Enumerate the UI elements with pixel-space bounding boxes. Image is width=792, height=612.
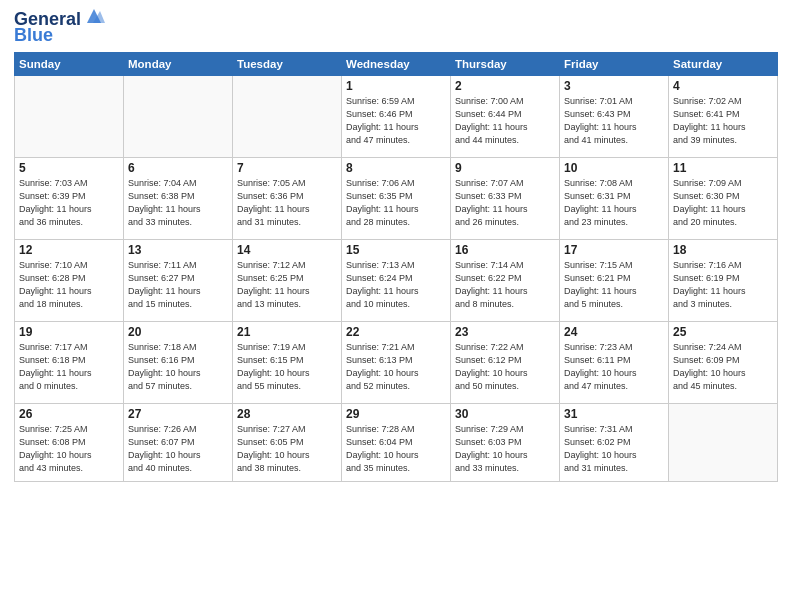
day-number: 26 [19, 407, 119, 421]
day-info: Sunrise: 6:59 AM Sunset: 6:46 PM Dayligh… [346, 95, 446, 147]
day-info: Sunrise: 7:02 AM Sunset: 6:41 PM Dayligh… [673, 95, 773, 147]
weekday-header-wednesday: Wednesday [342, 52, 451, 75]
day-cell: 8Sunrise: 7:06 AM Sunset: 6:35 PM Daylig… [342, 157, 451, 239]
week-row-5: 26Sunrise: 7:25 AM Sunset: 6:08 PM Dayli… [15, 403, 778, 481]
day-cell: 23Sunrise: 7:22 AM Sunset: 6:12 PM Dayli… [451, 321, 560, 403]
logo: General Blue [14, 10, 105, 46]
day-number: 12 [19, 243, 119, 257]
day-number: 19 [19, 325, 119, 339]
day-cell: 14Sunrise: 7:12 AM Sunset: 6:25 PM Dayli… [233, 239, 342, 321]
week-row-4: 19Sunrise: 7:17 AM Sunset: 6:18 PM Dayli… [15, 321, 778, 403]
day-number: 13 [128, 243, 228, 257]
day-cell: 28Sunrise: 7:27 AM Sunset: 6:05 PM Dayli… [233, 403, 342, 481]
day-number: 2 [455, 79, 555, 93]
weekday-header-tuesday: Tuesday [233, 52, 342, 75]
day-info: Sunrise: 7:08 AM Sunset: 6:31 PM Dayligh… [564, 177, 664, 229]
day-number: 23 [455, 325, 555, 339]
day-number: 21 [237, 325, 337, 339]
header: General Blue [14, 10, 778, 46]
day-number: 17 [564, 243, 664, 257]
weekday-header-sunday: Sunday [15, 52, 124, 75]
day-number: 24 [564, 325, 664, 339]
day-info: Sunrise: 7:01 AM Sunset: 6:43 PM Dayligh… [564, 95, 664, 147]
day-cell: 20Sunrise: 7:18 AM Sunset: 6:16 PM Dayli… [124, 321, 233, 403]
day-number: 1 [346, 79, 446, 93]
day-info: Sunrise: 7:00 AM Sunset: 6:44 PM Dayligh… [455, 95, 555, 147]
day-info: Sunrise: 7:05 AM Sunset: 6:36 PM Dayligh… [237, 177, 337, 229]
day-info: Sunrise: 7:04 AM Sunset: 6:38 PM Dayligh… [128, 177, 228, 229]
weekday-header-thursday: Thursday [451, 52, 560, 75]
day-cell: 31Sunrise: 7:31 AM Sunset: 6:02 PM Dayli… [560, 403, 669, 481]
day-info: Sunrise: 7:27 AM Sunset: 6:05 PM Dayligh… [237, 423, 337, 475]
day-cell: 15Sunrise: 7:13 AM Sunset: 6:24 PM Dayli… [342, 239, 451, 321]
day-number: 31 [564, 407, 664, 421]
day-info: Sunrise: 7:07 AM Sunset: 6:33 PM Dayligh… [455, 177, 555, 229]
weekday-header-monday: Monday [124, 52, 233, 75]
day-cell: 19Sunrise: 7:17 AM Sunset: 6:18 PM Dayli… [15, 321, 124, 403]
day-number: 18 [673, 243, 773, 257]
day-cell: 21Sunrise: 7:19 AM Sunset: 6:15 PM Dayli… [233, 321, 342, 403]
day-number: 3 [564, 79, 664, 93]
week-row-2: 5Sunrise: 7:03 AM Sunset: 6:39 PM Daylig… [15, 157, 778, 239]
day-cell: 7Sunrise: 7:05 AM Sunset: 6:36 PM Daylig… [233, 157, 342, 239]
day-info: Sunrise: 7:14 AM Sunset: 6:22 PM Dayligh… [455, 259, 555, 311]
day-info: Sunrise: 7:31 AM Sunset: 6:02 PM Dayligh… [564, 423, 664, 475]
day-info: Sunrise: 7:17 AM Sunset: 6:18 PM Dayligh… [19, 341, 119, 393]
day-cell: 29Sunrise: 7:28 AM Sunset: 6:04 PM Dayli… [342, 403, 451, 481]
day-info: Sunrise: 7:21 AM Sunset: 6:13 PM Dayligh… [346, 341, 446, 393]
day-number: 4 [673, 79, 773, 93]
weekday-header-row: SundayMondayTuesdayWednesdayThursdayFrid… [15, 52, 778, 75]
day-number: 9 [455, 161, 555, 175]
day-cell: 13Sunrise: 7:11 AM Sunset: 6:27 PM Dayli… [124, 239, 233, 321]
day-cell: 4Sunrise: 7:02 AM Sunset: 6:41 PM Daylig… [669, 75, 778, 157]
day-cell [233, 75, 342, 157]
day-info: Sunrise: 7:11 AM Sunset: 6:27 PM Dayligh… [128, 259, 228, 311]
day-cell: 30Sunrise: 7:29 AM Sunset: 6:03 PM Dayli… [451, 403, 560, 481]
day-info: Sunrise: 7:23 AM Sunset: 6:11 PM Dayligh… [564, 341, 664, 393]
day-number: 27 [128, 407, 228, 421]
day-number: 28 [237, 407, 337, 421]
day-info: Sunrise: 7:28 AM Sunset: 6:04 PM Dayligh… [346, 423, 446, 475]
day-info: Sunrise: 7:09 AM Sunset: 6:30 PM Dayligh… [673, 177, 773, 229]
day-number: 7 [237, 161, 337, 175]
day-number: 20 [128, 325, 228, 339]
day-number: 29 [346, 407, 446, 421]
day-cell: 25Sunrise: 7:24 AM Sunset: 6:09 PM Dayli… [669, 321, 778, 403]
day-info: Sunrise: 7:15 AM Sunset: 6:21 PM Dayligh… [564, 259, 664, 311]
day-number: 16 [455, 243, 555, 257]
week-row-1: 1Sunrise: 6:59 AM Sunset: 6:46 PM Daylig… [15, 75, 778, 157]
day-info: Sunrise: 7:25 AM Sunset: 6:08 PM Dayligh… [19, 423, 119, 475]
day-cell: 6Sunrise: 7:04 AM Sunset: 6:38 PM Daylig… [124, 157, 233, 239]
day-info: Sunrise: 7:24 AM Sunset: 6:09 PM Dayligh… [673, 341, 773, 393]
day-info: Sunrise: 7:19 AM Sunset: 6:15 PM Dayligh… [237, 341, 337, 393]
calendar-container: General Blue SundayMondayTuesdayWednesda… [0, 0, 792, 612]
day-cell: 5Sunrise: 7:03 AM Sunset: 6:39 PM Daylig… [15, 157, 124, 239]
day-number: 11 [673, 161, 773, 175]
weekday-header-friday: Friday [560, 52, 669, 75]
day-number: 10 [564, 161, 664, 175]
weekday-header-saturday: Saturday [669, 52, 778, 75]
day-cell: 10Sunrise: 7:08 AM Sunset: 6:31 PM Dayli… [560, 157, 669, 239]
day-info: Sunrise: 7:29 AM Sunset: 6:03 PM Dayligh… [455, 423, 555, 475]
day-number: 25 [673, 325, 773, 339]
day-info: Sunrise: 7:10 AM Sunset: 6:28 PM Dayligh… [19, 259, 119, 311]
day-cell: 24Sunrise: 7:23 AM Sunset: 6:11 PM Dayli… [560, 321, 669, 403]
day-info: Sunrise: 7:03 AM Sunset: 6:39 PM Dayligh… [19, 177, 119, 229]
day-cell: 9Sunrise: 7:07 AM Sunset: 6:33 PM Daylig… [451, 157, 560, 239]
day-cell: 3Sunrise: 7:01 AM Sunset: 6:43 PM Daylig… [560, 75, 669, 157]
calendar-table: SundayMondayTuesdayWednesdayThursdayFrid… [14, 52, 778, 482]
day-cell: 11Sunrise: 7:09 AM Sunset: 6:30 PM Dayli… [669, 157, 778, 239]
day-cell [124, 75, 233, 157]
day-cell: 12Sunrise: 7:10 AM Sunset: 6:28 PM Dayli… [15, 239, 124, 321]
week-row-3: 12Sunrise: 7:10 AM Sunset: 6:28 PM Dayli… [15, 239, 778, 321]
day-number: 15 [346, 243, 446, 257]
day-cell: 22Sunrise: 7:21 AM Sunset: 6:13 PM Dayli… [342, 321, 451, 403]
day-number: 5 [19, 161, 119, 175]
day-number: 14 [237, 243, 337, 257]
day-info: Sunrise: 7:22 AM Sunset: 6:12 PM Dayligh… [455, 341, 555, 393]
day-info: Sunrise: 7:13 AM Sunset: 6:24 PM Dayligh… [346, 259, 446, 311]
day-cell [15, 75, 124, 157]
day-cell: 16Sunrise: 7:14 AM Sunset: 6:22 PM Dayli… [451, 239, 560, 321]
day-cell: 2Sunrise: 7:00 AM Sunset: 6:44 PM Daylig… [451, 75, 560, 157]
day-info: Sunrise: 7:16 AM Sunset: 6:19 PM Dayligh… [673, 259, 773, 311]
